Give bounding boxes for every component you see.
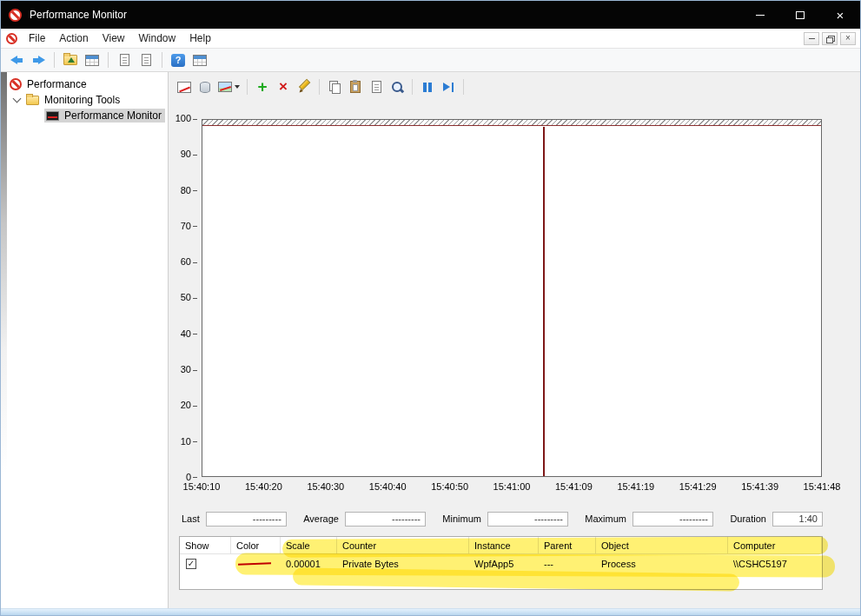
legend-cell-counter: Private Bytes (337, 554, 469, 573)
mdi-close-icon: × (845, 34, 851, 43)
perfmon-toolbar: + × (176, 76, 466, 97)
mdi-restore-button[interactable] (822, 32, 838, 45)
export-list-button[interactable] (116, 51, 132, 69)
menu-help[interactable]: Help (182, 30, 218, 47)
properties-button[interactable] (138, 51, 154, 69)
copy-properties-button[interactable] (327, 78, 342, 96)
menu-action[interactable]: Action (52, 30, 95, 47)
view-log-data-button[interactable] (197, 78, 213, 96)
mdi-close-button[interactable]: × (840, 32, 856, 45)
toolbar-separator (162, 52, 162, 68)
forward-button[interactable] (30, 51, 46, 69)
legend-cell-computer: \\CSHC5197 (728, 554, 822, 573)
legend-col-counter[interactable]: Counter (337, 537, 469, 553)
help-button[interactable]: ? (170, 51, 186, 69)
zoom-button[interactable] (389, 78, 405, 96)
tree-item-monitoring-tools[interactable]: Monitoring Tools (1, 92, 168, 108)
mdi-window-buttons: × (804, 32, 856, 45)
legend-cell-instance: WpfApp5 (469, 554, 539, 573)
menu-file[interactable]: File (22, 30, 52, 47)
legend-col-object[interactable]: Object (596, 537, 728, 553)
maximize-button[interactable] (780, 1, 820, 29)
y-tick: 20 (181, 400, 198, 411)
legend-cell-color (231, 554, 281, 573)
view-current-activity-button[interactable] (176, 78, 192, 96)
performance-monitor-pane: + × 100 90 80 70 60 50 40 30 20 10 0 (169, 72, 860, 608)
help-icon: ? (171, 54, 185, 67)
paste-icon (350, 81, 361, 93)
legend-col-scale[interactable]: Scale (281, 537, 337, 553)
stat-duration: Duration 1:40 (730, 512, 823, 527)
x-tick: 15:40:10 (183, 481, 221, 492)
stat-minimum: Minimum --------- (442, 512, 568, 527)
paste-counter-list-button[interactable] (348, 78, 363, 96)
add-counter-button[interactable]: + (255, 78, 270, 96)
legend-cell-show: ✓ (180, 554, 231, 573)
show-checkbox[interactable]: ✓ (186, 559, 196, 569)
y-tick: 30 (181, 364, 198, 375)
x-tick: 15:40:50 (431, 481, 468, 492)
mdi-minimize-icon (809, 38, 815, 39)
legend-cell-object: Process (596, 554, 728, 573)
properties-button[interactable] (368, 78, 384, 96)
mdi-minimize-button[interactable] (804, 32, 819, 45)
chart-plot-area (202, 119, 822, 477)
main-toolbar: ? (1, 49, 860, 72)
legend-col-color[interactable]: Color (231, 537, 281, 553)
x-tick: 15:41:39 (741, 481, 778, 492)
performance-monitor-window: Performance Monitor × File Action View W… (0, 0, 861, 616)
maximum-label: Maximum (585, 513, 626, 524)
chevron-expanded-icon[interactable] (13, 95, 22, 103)
delete-counter-button[interactable]: × (275, 78, 291, 96)
close-icon: × (837, 9, 844, 22)
legend-col-show[interactable]: Show (180, 537, 231, 553)
x-tick: 15:41:00 (493, 481, 531, 492)
up-one-level-button[interactable] (63, 51, 78, 69)
copy-icon (328, 81, 341, 93)
legend-col-parent[interactable]: Parent (539, 537, 596, 553)
tree-item-performance[interactable]: Performance (1, 76, 168, 92)
update-data-button[interactable] (440, 78, 456, 96)
change-graph-type-button[interactable] (218, 78, 240, 96)
x-tick: 15:41:09 (555, 481, 593, 492)
new-window-button[interactable] (192, 51, 208, 69)
window-bottom-edge (1, 608, 860, 615)
tree-item-label: Monitoring Tools (44, 94, 120, 106)
chevron-down-icon (235, 85, 240, 89)
selected-tree-item: Performance Monitor (44, 109, 165, 123)
minimize-button[interactable] (740, 1, 780, 29)
chart-y-axis: 100 90 80 70 60 50 40 30 20 10 0 (169, 113, 198, 483)
legend-cell-scale: 0.00001 (281, 554, 337, 573)
average-value: --------- (345, 512, 426, 527)
highlight-pencil-icon (298, 81, 310, 93)
menu-window[interactable]: Window (132, 30, 183, 47)
tree-item-performance-monitor[interactable]: Performance Monitor (1, 108, 168, 123)
counter-color-line (238, 562, 271, 565)
graph-type-icon (218, 82, 232, 92)
y-tick: 40 (181, 328, 198, 340)
close-button[interactable]: × (820, 1, 860, 29)
last-label: Last (182, 513, 200, 524)
step-forward-icon (443, 83, 454, 92)
minimum-label: Minimum (442, 513, 481, 524)
legend-col-instance[interactable]: Instance (469, 537, 539, 553)
freeze-display-button[interactable] (420, 78, 435, 96)
counter-row[interactable]: ✓ 0.00001 Private Bytes WpfApp5 --- Proc… (180, 554, 822, 573)
maximum-value: --------- (633, 512, 713, 527)
log-data-icon (200, 82, 210, 93)
counter-legend: Show Color Scale Counter Instance Parent… (179, 536, 823, 590)
highlight-button[interactable] (296, 78, 312, 96)
back-button[interactable] (9, 51, 24, 69)
show-hide-console-tree-button[interactable] (84, 51, 100, 69)
y-tick: 70 (181, 221, 198, 232)
folder-up-icon (63, 55, 77, 65)
toolbar-separator (54, 52, 55, 68)
chart-top-hatch (202, 120, 821, 126)
titlebar: Performance Monitor × (1, 1, 860, 29)
legend-col-computer[interactable]: Computer (728, 537, 822, 553)
y-tick: 50 (181, 292, 198, 303)
legend-cell-parent: --- (539, 554, 596, 573)
menu-view[interactable]: View (96, 30, 132, 47)
toolbar-separator (412, 79, 413, 95)
y-tick: 10 (181, 436, 198, 447)
